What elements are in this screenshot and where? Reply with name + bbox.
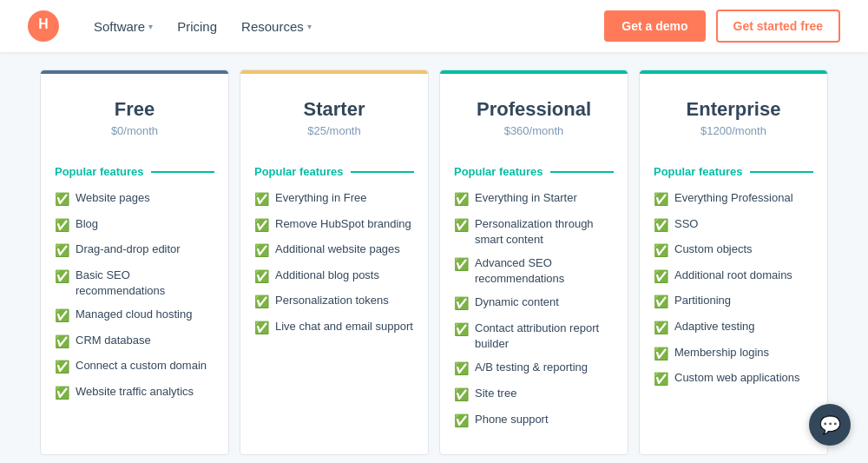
feature-item: ✅Personalization tokens bbox=[254, 293, 414, 311]
get-demo-button[interactable]: Get a demo bbox=[604, 10, 705, 42]
svg-text:H: H bbox=[38, 17, 48, 31]
plan-name-starter: Starter bbox=[258, 98, 411, 121]
feature-label: Drag-and-drop editor bbox=[76, 241, 181, 257]
feature-item: ✅Drag-and-drop editor bbox=[55, 241, 214, 260]
feature-label: Connect a custom domain bbox=[76, 358, 207, 374]
check-icon: ✅ bbox=[254, 191, 269, 208]
check-icon: ✅ bbox=[254, 320, 269, 337]
check-icon: ✅ bbox=[654, 294, 668, 311]
feature-label: Contact attribution report builder bbox=[475, 321, 614, 352]
feature-label: Everything Professional bbox=[674, 190, 793, 206]
feature-item: ✅Connect a custom domain bbox=[55, 358, 214, 376]
feature-label: Managed cloud hosting bbox=[76, 307, 192, 322]
feature-item: ✅Everything in Starter bbox=[454, 190, 614, 208]
feature-item: ✅Remove HubSpot branding bbox=[254, 216, 414, 235]
feature-label: Website traffic analytics bbox=[76, 384, 194, 400]
feature-label: Adaptive testing bbox=[674, 319, 755, 334]
plan-card-professional: Professional$360/monthPopular features✅E… bbox=[439, 69, 628, 455]
feature-item: ✅A/B testing & reporting bbox=[454, 360, 614, 378]
plan-header-enterprise: Enterprise$1200/month bbox=[640, 70, 827, 151]
plan-name-enterprise: Enterprise bbox=[657, 98, 810, 121]
nav-resources[interactable]: Resources ▾ bbox=[231, 12, 322, 41]
plans-grid: Free$0/monthPopular features✅Website pag… bbox=[35, 69, 833, 455]
feature-label: Everything in Free bbox=[275, 190, 367, 206]
plan-card-free: Free$0/monthPopular features✅Website pag… bbox=[40, 69, 229, 455]
check-icon: ✅ bbox=[55, 191, 69, 208]
check-icon: ✅ bbox=[55, 268, 69, 286]
feature-label: Advanced SEO recommendations bbox=[475, 255, 614, 287]
feature-label: Website pages bbox=[76, 190, 150, 206]
feature-item: ✅Website traffic analytics bbox=[55, 384, 214, 402]
feature-label: Basic SEO recommendations bbox=[76, 268, 214, 299]
feature-item: ✅Additional root domains bbox=[654, 268, 813, 286]
feature-label: Membership logins bbox=[674, 345, 769, 360]
check-icon: ✅ bbox=[454, 256, 469, 274]
feature-item: ✅Partitioning bbox=[654, 293, 813, 311]
feature-item: ✅Basic SEO recommendations bbox=[55, 268, 214, 299]
feature-item: ✅Blog bbox=[55, 216, 214, 235]
plan-card-enterprise: Enterprise$1200/monthPopular features✅Ev… bbox=[639, 69, 828, 455]
plan-name-free: Free bbox=[58, 98, 211, 121]
nav-links: Software ▾ Pricing Resources ▾ bbox=[83, 12, 604, 41]
feature-label: Partitioning bbox=[674, 293, 731, 308]
check-icon: ✅ bbox=[55, 308, 69, 325]
feature-item: ✅Personalization through smart content bbox=[454, 216, 614, 248]
logo[interactable]: H bbox=[28, 10, 59, 42]
check-icon: ✅ bbox=[55, 334, 69, 351]
check-icon: ✅ bbox=[454, 360, 469, 378]
feature-item: ✅Contact attribution report builder bbox=[454, 321, 614, 352]
plan-features-professional: Popular features✅Everything in Starter✅P… bbox=[440, 151, 628, 454]
feature-item: ✅CRM database bbox=[55, 333, 214, 351]
feature-item: ✅Site tree bbox=[454, 386, 614, 404]
check-icon: ✅ bbox=[654, 346, 668, 363]
feature-label: Everything in Starter bbox=[475, 190, 577, 206]
feature-item: ✅Everything Professional bbox=[654, 190, 813, 208]
check-icon: ✅ bbox=[55, 242, 69, 260]
feature-item: ✅Custom web applications bbox=[654, 370, 813, 388]
feature-item: ✅Everything in Free bbox=[254, 190, 414, 208]
features-title: Popular features bbox=[55, 165, 214, 178]
plan-features-free: Popular features✅Website pages✅Blog✅Drag… bbox=[41, 151, 228, 454]
feature-label: Additional root domains bbox=[674, 268, 792, 283]
check-icon: ✅ bbox=[254, 217, 269, 235]
feature-item: ✅Managed cloud hosting bbox=[55, 307, 214, 325]
check-icon: ✅ bbox=[654, 320, 668, 337]
nav-software[interactable]: Software ▾ bbox=[83, 12, 163, 41]
feature-label: Site tree bbox=[475, 386, 516, 401]
pricing-section: Free$0/monthPopular features✅Website pag… bbox=[0, 52, 868, 463]
plan-features-starter: Popular features✅Everything in Free✅Remo… bbox=[240, 151, 428, 454]
check-icon: ✅ bbox=[454, 217, 469, 235]
feature-item: ✅Custom objects bbox=[654, 241, 813, 260]
check-icon: ✅ bbox=[55, 217, 69, 235]
navbar-actions: Get a demo Get started free bbox=[604, 10, 840, 43]
plan-price-enterprise: $1200/month bbox=[657, 124, 810, 137]
check-icon: ✅ bbox=[654, 242, 668, 260]
feature-item: ✅Membership logins bbox=[654, 345, 813, 363]
chevron-down-icon: ▾ bbox=[307, 22, 312, 31]
feature-item: ✅SSO bbox=[654, 216, 813, 235]
check-icon: ✅ bbox=[254, 242, 269, 260]
plan-features-enterprise: Popular features✅Everything Professional… bbox=[640, 151, 827, 454]
feature-item: ✅Phone support bbox=[454, 412, 614, 430]
feature-item: ✅Advanced SEO recommendations bbox=[454, 255, 614, 287]
check-icon: ✅ bbox=[654, 371, 668, 388]
get-started-button[interactable]: Get started free bbox=[716, 10, 840, 43]
feature-label: Additional blog posts bbox=[275, 268, 379, 283]
check-icon: ✅ bbox=[654, 191, 668, 208]
plan-price-starter: $25/month bbox=[258, 124, 411, 137]
feature-label: Phone support bbox=[475, 412, 549, 427]
check-icon: ✅ bbox=[254, 268, 269, 286]
plan-header-starter: Starter$25/month bbox=[240, 70, 428, 151]
chat-icon: 💬 bbox=[819, 414, 841, 435]
feature-label: Additional website pages bbox=[275, 241, 400, 257]
plan-card-starter: Starter$25/monthPopular features✅Everyth… bbox=[240, 69, 429, 455]
chat-bubble[interactable]: 💬 bbox=[809, 404, 851, 446]
feature-label: Custom objects bbox=[674, 241, 753, 257]
feature-item: ✅Live chat and email support bbox=[254, 319, 414, 337]
feature-item: ✅Adaptive testing bbox=[654, 319, 813, 337]
navbar: H Software ▾ Pricing Resources ▾ Get a d… bbox=[0, 0, 868, 52]
plan-header-free: Free$0/month bbox=[41, 70, 228, 151]
nav-pricing[interactable]: Pricing bbox=[167, 12, 227, 41]
check-icon: ✅ bbox=[654, 268, 668, 286]
check-icon: ✅ bbox=[454, 191, 469, 208]
